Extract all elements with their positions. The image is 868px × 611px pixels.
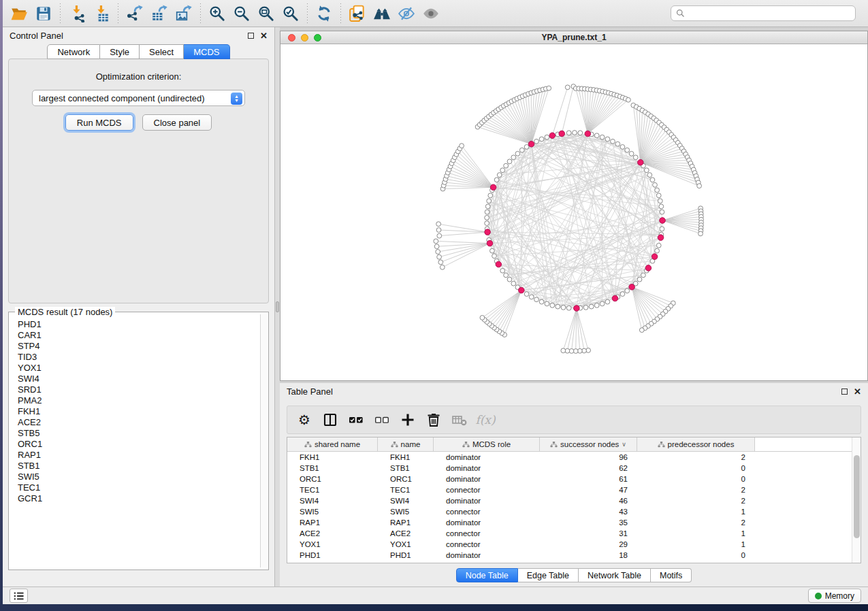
network-node[interactable] [497, 173, 502, 178]
network-node[interactable] [504, 163, 509, 168]
network-canvas[interactable] [280, 44, 867, 380]
mcds-hub-node[interactable] [490, 184, 496, 191]
network-node[interactable] [656, 193, 661, 198]
float-panel-icon[interactable] [248, 33, 254, 39]
table-row[interactable]: TEC1TEC1connector472 [287, 484, 861, 495]
close-panel-button[interactable]: Close panel [142, 114, 212, 131]
table-close-panel-icon[interactable]: ✕ [854, 387, 861, 396]
network-leaf-node[interactable] [626, 97, 631, 102]
network-node[interactable] [655, 248, 660, 253]
mcds-result-item[interactable]: STP4 [18, 341, 260, 352]
network-node[interactable] [625, 148, 630, 152]
network-leaf-node[interactable] [440, 265, 445, 269]
table-row[interactable]: STB1STB1dominator620 [287, 463, 861, 474]
network-leaf-node[interactable] [460, 144, 464, 148]
run-mcds-button[interactable]: Run MCDS [65, 114, 133, 131]
mcds-result-item[interactable]: PHD1 [18, 319, 260, 330]
network-node[interactable] [524, 292, 529, 297]
network-node[interactable] [641, 273, 646, 278]
tab-mcds[interactable]: MCDS [184, 44, 229, 59]
tab-node-table[interactable]: Node Table [456, 568, 518, 582]
network-node[interactable] [611, 139, 615, 144]
mcds-result-item[interactable]: SWI5 [18, 472, 260, 482]
network-node[interactable] [490, 248, 495, 253]
network-node[interactable] [650, 178, 655, 182]
search-input[interactable] [671, 5, 856, 21]
settings-gear-icon[interactable]: ⚙ [293, 408, 316, 431]
network-node[interactable] [605, 299, 610, 304]
mcds-hub-node[interactable] [485, 229, 491, 235]
network-node[interactable] [620, 145, 625, 150]
mcds-hub-node[interactable] [660, 218, 666, 224]
mcds-hub-node[interactable] [528, 141, 534, 147]
refresh-layout-icon[interactable] [312, 3, 336, 24]
clear-table-icon[interactable] [448, 408, 471, 431]
network-leaf-node[interactable] [639, 328, 644, 333]
mcds-hub-node[interactable] [519, 287, 525, 293]
network-node[interactable] [488, 193, 493, 198]
mcds-hub-node[interactable] [559, 131, 565, 137]
network-node[interactable] [615, 142, 620, 146]
network-node[interactable] [583, 306, 588, 310]
export-image-icon[interactable] [172, 3, 196, 24]
save-icon[interactable] [31, 3, 56, 24]
network-node[interactable] [620, 292, 625, 297]
zoom-in-icon[interactable] [205, 3, 229, 24]
network-leaf-node[interactable] [437, 254, 442, 259]
network-node[interactable] [500, 168, 505, 173]
mcds-result-item[interactable]: TEC1 [18, 482, 260, 493]
import-table-icon[interactable] [89, 3, 114, 24]
network-node[interactable] [539, 137, 544, 142]
network-leaf-node[interactable] [434, 239, 438, 244]
memory-button[interactable]: Memory [808, 589, 861, 603]
column-header-MCDS-role[interactable]: MCDS role [434, 437, 540, 451]
mcds-result-item[interactable]: STB5 [18, 428, 260, 439]
column-header-name[interactable]: name [378, 437, 434, 451]
network-node[interactable] [653, 182, 658, 187]
network-leaf-node[interactable] [436, 228, 441, 233]
column-layout-icon[interactable] [319, 408, 342, 431]
network-node[interactable] [485, 216, 489, 220]
tab-select[interactable]: Select [140, 44, 184, 59]
network-node[interactable] [637, 277, 642, 282]
zoom-fit-icon[interactable] [254, 3, 278, 24]
table-row[interactable]: YOX1YOX1connector291 [287, 539, 861, 550]
network-node[interactable] [656, 243, 661, 248]
network-node[interactable] [644, 168, 649, 173]
network-node[interactable] [594, 303, 599, 308]
tab-network-table[interactable]: Network Table [579, 568, 651, 582]
tab-motifs[interactable]: Motifs [651, 568, 692, 582]
mcds-result-item[interactable]: ACE2 [18, 417, 260, 428]
mcds-result-item[interactable]: TID3 [18, 352, 260, 363]
mcds-hub-node[interactable] [496, 261, 502, 267]
mcds-result-item[interactable]: RAP1 [18, 450, 260, 461]
network-node[interactable] [659, 204, 664, 209]
hide-details-icon[interactable] [394, 3, 419, 24]
mcds-result-item[interactable]: GCR1 [18, 493, 260, 504]
network-node[interactable] [594, 133, 599, 138]
network-node[interactable] [485, 204, 490, 209]
network-leaf-node[interactable] [437, 233, 442, 238]
network-leaf-node[interactable] [434, 244, 439, 249]
mcds-hub-node[interactable] [638, 159, 644, 165]
table-scrollbar[interactable] [852, 437, 861, 563]
network-node[interactable] [600, 301, 605, 306]
column-header-successor-nodes[interactable]: successor nodes∨ [540, 437, 637, 451]
column-header-predecessor-nodes[interactable]: predecessor nodes [637, 437, 755, 451]
table-row[interactable]: ORC1ORC1dominator610 [287, 474, 861, 484]
mcds-hub-node[interactable] [585, 131, 591, 137]
network-node[interactable] [485, 221, 489, 226]
network-node[interactable] [561, 306, 566, 310]
network-node[interactable] [655, 188, 660, 193]
network-node[interactable] [487, 199, 492, 203]
network-node[interactable] [494, 178, 499, 182]
network-leaf-node[interactable] [480, 316, 485, 320]
network-leaf-node[interactable] [565, 85, 570, 90]
network-node[interactable] [625, 288, 630, 293]
network-node[interactable] [605, 137, 610, 142]
column-header-shared-name[interactable]: shared name [287, 437, 378, 451]
network-leaf-node[interactable] [698, 231, 703, 236]
tab-edge-table[interactable]: Edge Table [518, 568, 579, 582]
network-node[interactable] [519, 148, 524, 152]
clone-network-icon[interactable] [345, 3, 370, 24]
